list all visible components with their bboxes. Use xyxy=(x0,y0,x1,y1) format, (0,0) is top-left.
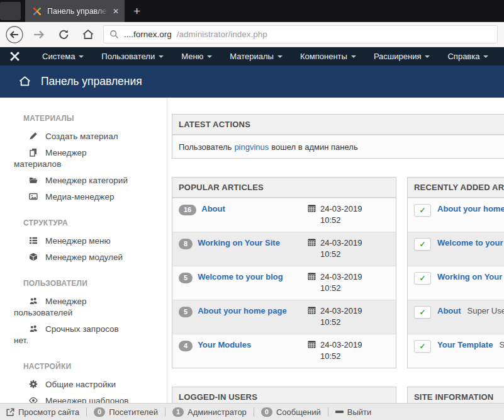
menu-extensions[interactable]: Расширения xyxy=(365,47,439,65)
article-date: 24-03-2019 xyxy=(320,306,362,315)
menu-content[interactable]: Материалы xyxy=(221,47,291,65)
article-time: 10:52 xyxy=(320,249,362,259)
menu-menus[interactable]: Меню xyxy=(172,47,221,65)
panel-title: RECENTLY ADDED ARTICLES xyxy=(408,178,504,198)
calendar-icon xyxy=(308,238,316,246)
section-title: ПОЛЬЗОВАТЕЛИ xyxy=(0,279,167,288)
published-check-button[interactable]: ✓ xyxy=(414,238,431,251)
view-site-link[interactable]: Просмотр сайта xyxy=(6,407,79,417)
latest-action-row: Пользователь pingvinus вошел в админ пан… xyxy=(172,135,504,158)
article-date: 24-03-2019 xyxy=(320,340,362,349)
article-link[interactable]: About xyxy=(201,204,225,213)
section-title: СТРУКТУРА xyxy=(0,219,167,227)
caret-down-icon xyxy=(277,55,283,58)
count-badge: 0 xyxy=(261,407,272,417)
sidebar-item-global-config[interactable]: Общие настройки xyxy=(0,377,167,393)
article-link[interactable]: About your home page xyxy=(198,306,287,315)
sidebar-item-urgent-requests[interactable]: Срочных запросов нет. xyxy=(0,321,167,349)
browser-tab[interactable]: Панель управления - Прим ✕ xyxy=(25,0,125,22)
dashboard-main: LATEST ACTIONS Пользователь pingvinus во… xyxy=(167,98,504,420)
home-icon xyxy=(18,75,31,88)
new-tab-button[interactable]: + xyxy=(125,0,149,22)
popular-article-row: 8 Working on Your Site 24-03-201910:52 xyxy=(172,232,396,266)
forward-button[interactable] xyxy=(30,25,48,44)
popular-article-row: 5 About your home page 24-03-201910:52 xyxy=(172,300,396,334)
sidebar-item-media-manager[interactable]: Медиа-менеджер xyxy=(0,189,167,205)
article-date: 24-03-2019 xyxy=(320,204,362,213)
window-menu-button[interactable] xyxy=(0,2,21,20)
recent-article-row: ✓ Your Template Super User xyxy=(408,334,504,368)
published-check-button[interactable]: ✓ xyxy=(414,272,431,285)
browser-toolbar: ....fornex.org/administrator/index.php xyxy=(0,22,504,47)
sidebar-section-users: ПОЛЬЗОВАТЕЛИ Менеджер пользователей Сроч… xyxy=(0,279,167,349)
page-title: Панель управления xyxy=(41,75,142,88)
sidebar-item-add-article[interactable]: Создать материал xyxy=(0,128,167,145)
calendar-icon xyxy=(308,306,316,314)
divider xyxy=(86,407,87,416)
published-check-button[interactable]: ✓ xyxy=(414,204,431,217)
sidebar-item-module-manager[interactable]: Менеджер модулей xyxy=(0,249,167,266)
article-author: Super User xyxy=(499,340,504,349)
admins-counter[interactable]: 1 Администратор xyxy=(172,407,247,417)
menu-help[interactable]: Справка xyxy=(439,47,497,65)
article-link[interactable]: About xyxy=(437,306,461,315)
sidebar-section-structure: СТРУКТУРА Менеджер меню Менеджер модулей xyxy=(0,219,167,266)
url-host: ....fornex.org xyxy=(124,30,172,39)
caret-down-icon xyxy=(79,55,84,58)
reload-button[interactable] xyxy=(54,25,73,44)
article-time: 10:52 xyxy=(320,351,362,361)
panel-title: LATEST ACTIONS xyxy=(172,115,504,135)
caret-down-icon xyxy=(425,55,430,58)
divider xyxy=(165,407,165,416)
external-link-icon xyxy=(6,408,14,416)
article-link[interactable]: Working on Your Site xyxy=(198,238,280,247)
section-title: НАСТРОЙКИ xyxy=(0,362,167,371)
menu-components[interactable]: Компоненты xyxy=(291,47,365,65)
logout-icon xyxy=(335,411,344,413)
image-icon xyxy=(29,192,42,201)
calendar-icon xyxy=(308,340,316,348)
recent-article-row: ✓ About your home page Super User xyxy=(408,198,504,232)
folder-icon xyxy=(29,176,42,184)
users-icon xyxy=(29,324,42,333)
caret-down-icon xyxy=(207,55,212,58)
divider xyxy=(254,407,254,416)
article-link[interactable]: Welcome to your blog xyxy=(437,238,504,247)
hits-badge: 4 xyxy=(179,341,193,351)
article-link[interactable]: About your home page xyxy=(437,204,504,213)
hits-badge: 5 xyxy=(179,307,193,317)
gear-icon xyxy=(29,380,42,389)
hits-badge: 5 xyxy=(179,273,193,283)
check-icon: ✓ xyxy=(419,274,425,283)
back-button[interactable] xyxy=(5,25,24,44)
recent-article-row: ✓ About Super User xyxy=(408,300,504,334)
url-bar[interactable]: ....fornex.org/administrator/index.php xyxy=(103,25,498,43)
messages-counter[interactable]: 0 Сообщений xyxy=(261,407,321,417)
menu-users[interactable]: Пользователи xyxy=(92,47,172,65)
logout-link[interactable]: Выйти xyxy=(335,407,372,417)
divider xyxy=(328,407,328,416)
admin-menubar: Система Пользователи Меню Материалы Комп… xyxy=(0,47,504,65)
visitors-counter[interactable]: 0 Посетителей xyxy=(94,407,158,417)
tab-close-icon[interactable]: ✕ xyxy=(113,8,119,15)
list-icon xyxy=(29,236,42,245)
article-author: Super User xyxy=(468,306,504,315)
article-link[interactable]: Welcome to your blog xyxy=(198,272,283,281)
menu-system[interactable]: Система xyxy=(33,47,92,65)
article-link[interactable]: Your Modules xyxy=(198,340,251,349)
user-link[interactable]: pingvinus xyxy=(234,142,269,152)
count-badge: 0 xyxy=(94,407,105,417)
home-button[interactable] xyxy=(79,25,98,44)
published-check-button[interactable]: ✓ xyxy=(414,306,431,319)
published-check-button[interactable]: ✓ xyxy=(414,340,431,353)
sidebar-item-category-manager[interactable]: Менеджер категорий xyxy=(0,173,167,189)
article-link[interactable]: Your Template xyxy=(437,340,493,349)
cube-icon xyxy=(29,253,42,261)
admin-sidebar: МАТЕРИАЛЫ Создать материал Менеджер мате… xyxy=(0,98,167,420)
sidebar-item-article-manager[interactable]: Менеджер материалов xyxy=(0,145,167,173)
article-link[interactable]: Working on Your Site xyxy=(437,272,504,281)
recent-article-row: ✓ Welcome to your blog Super User xyxy=(408,232,504,266)
sidebar-item-menu-manager[interactable]: Менеджер меню xyxy=(0,233,167,249)
sidebar-item-user-manager[interactable]: Менеджер пользователей xyxy=(0,293,167,321)
url-path: /administrator/index.php xyxy=(177,30,267,39)
